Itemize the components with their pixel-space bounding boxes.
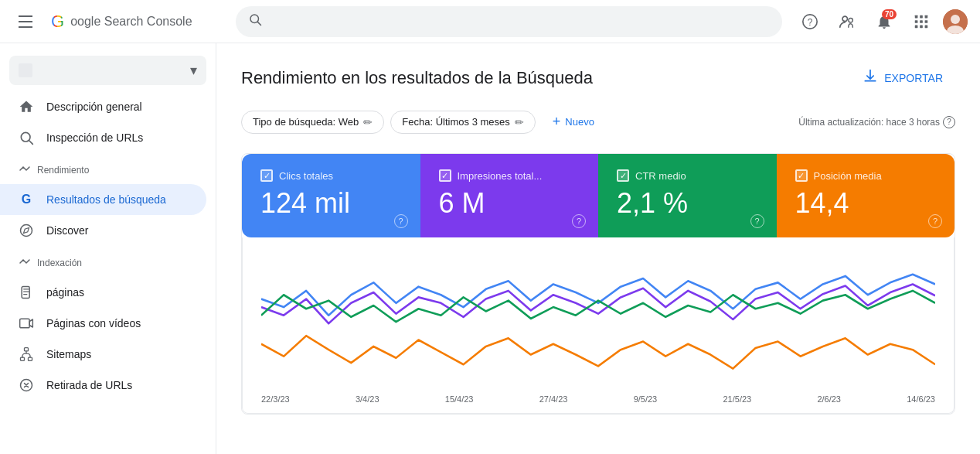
main-layout: ▾ Descripción general Inspección de URLs… — [0, 43, 980, 454]
x-label-4: 9/5/23 — [634, 394, 658, 404]
pages-icon — [19, 285, 34, 300]
sidebar-item-label: Inspección de URLs — [46, 131, 143, 144]
sidebar-item-label: Retirada de URLs — [46, 379, 132, 391]
sidebar: ▾ Descripción general Inspección de URLs… — [0, 43, 216, 454]
sidebar-item-url-inspection[interactable]: Inspección de URLs — [0, 122, 206, 153]
sidebar-item-discover[interactable]: Discover — [0, 215, 206, 246]
home-icon — [19, 99, 34, 114]
notification-badge: 70 — [882, 9, 897, 19]
avatar[interactable] — [943, 9, 968, 34]
metric-card-ctr[interactable]: CTR medio 2,1 % ? — [598, 154, 777, 237]
content-header: Rendimiento en los resultados de la Búsq… — [241, 62, 955, 94]
edit-icon: ✏ — [515, 116, 524, 128]
metric-label-ctr: CTR medio — [635, 170, 686, 182]
help-icon-impressions[interactable]: ? — [572, 214, 586, 228]
sidebar-item-removals[interactable]: Retirada de URLs — [0, 370, 206, 401]
sidebar-item-pages[interactable]: páginas — [0, 277, 206, 308]
filter-label: Tipo de búsqueda: Web — [253, 116, 359, 128]
sidebar-item-label: Discover — [46, 224, 88, 237]
apps-button[interactable] — [906, 6, 937, 37]
sidebar-item-sitemaps[interactable]: Sitemaps — [0, 339, 206, 370]
metric-label-impressions: Impresiones total... — [458, 170, 543, 182]
section-header-rendimiento[interactable]: Rendimiento — [0, 156, 216, 184]
edit-icon: ✏ — [363, 116, 373, 128]
svg-rect-13 — [920, 25, 923, 28]
x-label-5: 21/5/23 — [723, 394, 751, 404]
section-header-indexacion[interactable]: Indexación — [0, 249, 216, 277]
x-label-2: 15/4/23 — [445, 394, 474, 404]
discover-icon — [19, 223, 34, 238]
metric-value-ctr: 2,1 % — [617, 188, 758, 219]
last-update-text: Última actualización: hace 3 horas — [798, 117, 940, 128]
add-filter-button[interactable]: + Nuevo — [542, 109, 605, 135]
export-label: EXPORTAR — [884, 72, 943, 84]
logo: G oogle Search Console — [51, 12, 192, 32]
users-button[interactable] — [832, 6, 863, 37]
filter-date[interactable]: Fecha: Últimos 3 meses ✏ — [390, 111, 535, 134]
metric-value-impressions: 6 M — [439, 188, 580, 219]
metric-checkbox-position[interactable] — [795, 169, 808, 182]
sidebar-item-overview[interactable]: Descripción general — [0, 91, 206, 122]
svg-point-16 — [951, 15, 960, 24]
svg-rect-9 — [915, 20, 918, 23]
add-filter-label: Nuevo — [565, 116, 594, 128]
topbar: G oogle Search Console ? 70 — [0, 0, 980, 43]
svg-point-4 — [842, 16, 847, 21]
sidebar-item-label: Páginas con vídeos — [46, 317, 141, 329]
sidebar-item-label: Descripción general — [46, 101, 142, 113]
filter-label: Fecha: Últimos 3 meses — [402, 116, 509, 128]
metric-card-position[interactable]: Posición media 14,4 ? — [777, 154, 955, 237]
metric-value-position: 14,4 — [795, 188, 937, 219]
menu-button[interactable] — [12, 9, 39, 34]
metric-card-clicks[interactable]: Clics totales 124 mil ? — [242, 154, 420, 237]
svg-rect-21 — [22, 287, 29, 299]
metric-label-clicks: Clics totales — [279, 170, 333, 182]
app-title: oogle Search Console — [70, 15, 192, 29]
help-icon-position[interactable]: ? — [928, 214, 942, 228]
svg-rect-22 — [20, 319, 30, 328]
svg-rect-6 — [915, 15, 918, 18]
svg-rect-8 — [925, 15, 928, 18]
performance-chart — [261, 250, 935, 389]
svg-point-5 — [849, 18, 853, 22]
sidebar-item-videos[interactable]: Páginas con vídeos — [0, 308, 206, 339]
content-area: Rendimiento en los resultados de la Búsq… — [216, 43, 980, 454]
remove-icon — [19, 377, 34, 393]
google-g-icon: G — [19, 192, 34, 207]
x-label-3: 27/4/23 — [539, 394, 568, 404]
property-selector[interactable]: ▾ — [9, 56, 206, 85]
sidebar-item-label: Resultados de búsqueda — [46, 193, 166, 206]
filter-search-type[interactable]: Tipo de búsqueda: Web ✏ — [241, 111, 384, 134]
svg-line-1 — [257, 22, 260, 25]
metric-value-clicks: 124 mil — [260, 188, 402, 219]
metric-card-impressions[interactable]: Impresiones total... 6 M ? — [420, 154, 599, 237]
metric-checkbox-clicks[interactable] — [260, 169, 273, 182]
svg-rect-14 — [925, 25, 928, 28]
export-button[interactable]: EXPORTAR — [850, 62, 955, 94]
metrics-grid: Clics totales 124 mil ? Impresiones tota… — [242, 154, 954, 237]
page-title: Rendimiento en los resultados de la Búsq… — [241, 68, 593, 88]
sidebar-item-search-results[interactable]: G Resultados de búsqueda — [0, 184, 206, 215]
metrics-and-chart: Clics totales 124 mil ? Impresiones tota… — [241, 153, 955, 415]
help-icon: ? — [943, 116, 955, 128]
metric-label-position: Posición media — [814, 170, 882, 182]
last-update: Última actualización: hace 3 horas ? — [798, 116, 955, 128]
chevron-down-icon: ▾ — [190, 62, 197, 79]
search-bar[interactable] — [236, 6, 782, 37]
property-icon — [19, 63, 32, 77]
help-icon-ctr[interactable]: ? — [750, 214, 764, 228]
topbar-actions: ? 70 — [795, 6, 968, 37]
svg-point-20 — [21, 225, 32, 237]
svg-rect-12 — [915, 25, 918, 28]
help-button[interactable]: ? — [795, 6, 825, 37]
help-icon-clicks[interactable]: ? — [394, 214, 408, 228]
search-icon — [248, 12, 262, 30]
x-label-1: 3/4/23 — [356, 394, 379, 404]
svg-rect-10 — [920, 20, 923, 23]
svg-line-19 — [29, 141, 33, 145]
google-logo-g: G — [51, 12, 64, 32]
metric-checkbox-ctr[interactable] — [617, 169, 629, 182]
download-icon — [863, 68, 878, 87]
metric-checkbox-impressions[interactable] — [439, 169, 451, 182]
x-label-7: 14/6/23 — [907, 394, 935, 404]
